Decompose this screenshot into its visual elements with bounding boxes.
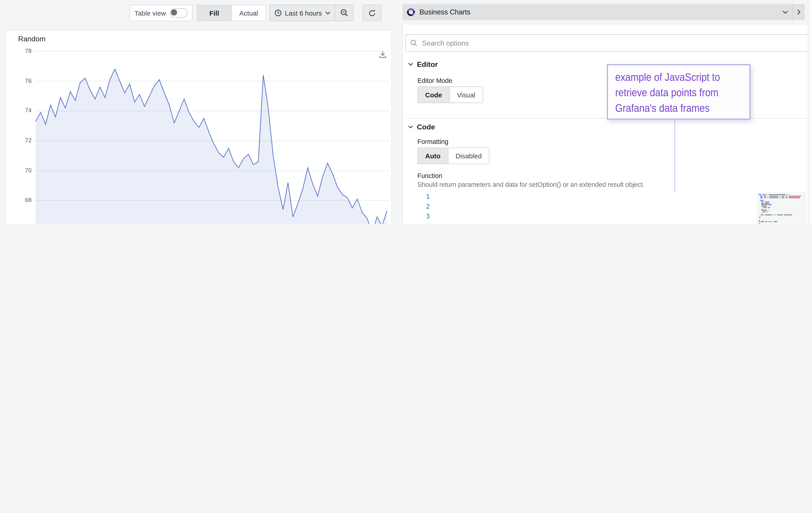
time-controls: Last 6 hours bbox=[269, 5, 354, 21]
editor-mode-radio: Code Visual bbox=[417, 87, 483, 103]
options-search-input[interactable] bbox=[421, 39, 805, 48]
minimap-bar bbox=[780, 197, 781, 198]
line-number: 3 bbox=[417, 212, 430, 221]
minimap-bar bbox=[780, 195, 781, 197]
actual-option[interactable]: Actual bbox=[231, 5, 265, 21]
minimap-bar bbox=[768, 194, 786, 195]
y-axis-label: 76 bbox=[14, 78, 32, 84]
panel-header[interactable]: Business Charts bbox=[402, 4, 805, 20]
options-search[interactable] bbox=[406, 34, 810, 52]
chart-panel: Random A 7876747270686613:0014:0015:0016… bbox=[5, 30, 392, 224]
editor-mode-code[interactable]: Code bbox=[418, 87, 450, 102]
minimap-bar bbox=[765, 221, 767, 222]
minimap-bar bbox=[788, 197, 800, 198]
minimap-bar bbox=[789, 194, 789, 195]
time-series-plot[interactable] bbox=[35, 47, 389, 224]
annotation-text: Grafana's data frames bbox=[615, 100, 727, 116]
minimap-bar bbox=[759, 223, 760, 224]
y-axis-label: 74 bbox=[14, 107, 32, 114]
section-editor[interactable]: Editor bbox=[408, 60, 438, 68]
formatting-label: Formatting bbox=[417, 138, 448, 146]
minimap-bar bbox=[761, 213, 762, 214]
search-icon bbox=[410, 39, 417, 47]
table-view-toggle[interactable]: Table view bbox=[129, 5, 193, 21]
minimap-bar bbox=[777, 214, 783, 215]
refresh-icon bbox=[368, 9, 376, 17]
chevron-down-icon[interactable] bbox=[782, 10, 788, 14]
function-label: Function bbox=[417, 172, 442, 180]
minimap-bar bbox=[773, 214, 774, 215]
editor-mode-visual[interactable]: Visual bbox=[450, 87, 483, 102]
refresh-button[interactable] bbox=[362, 5, 382, 21]
chart-svg bbox=[35, 47, 389, 224]
fill-option[interactable]: Fill bbox=[197, 5, 231, 21]
minimap-bar bbox=[759, 221, 760, 222]
page-scrollbar[interactable] bbox=[808, 0, 812, 224]
section-code[interactable]: Code bbox=[408, 123, 435, 131]
minimap[interactable] bbox=[757, 192, 805, 224]
y-axis-label: 72 bbox=[14, 137, 32, 144]
minimap-bar bbox=[768, 204, 772, 205]
minimap-bar bbox=[761, 209, 762, 210]
panel-title: Business Charts bbox=[419, 8, 470, 16]
minimap-bar bbox=[782, 195, 785, 197]
minimap-bar bbox=[768, 207, 771, 208]
minimap-bar bbox=[767, 194, 767, 195]
minimap-bar bbox=[761, 206, 767, 207]
minimap-bar bbox=[767, 195, 768, 197]
annotation-text: example of JavaScript to bbox=[615, 69, 727, 85]
zoom-out-button[interactable] bbox=[335, 5, 353, 21]
minimap-bar bbox=[765, 203, 769, 204]
business-charts-logo bbox=[406, 8, 415, 17]
formatting-disabled[interactable]: Disabled bbox=[448, 148, 489, 164]
chevron-right-icon[interactable] bbox=[797, 9, 801, 15]
chevron-down-icon bbox=[408, 125, 413, 128]
minimap-bar bbox=[786, 195, 787, 197]
minimap-bar bbox=[769, 195, 778, 197]
time-range-picker[interactable]: Last 6 hours bbox=[270, 5, 335, 21]
y-axis-label: 78 bbox=[14, 48, 32, 54]
minimap-bar bbox=[768, 206, 768, 207]
editor-mode-label: Editor Mode bbox=[417, 77, 452, 85]
minimap-bar bbox=[768, 210, 768, 211]
y-axis-label: 70 bbox=[14, 167, 32, 173]
top-toolbar: Table view Fill Actual Last 6 hours bbox=[0, 0, 812, 25]
section-code-label: Code bbox=[417, 123, 435, 131]
minimap-bar bbox=[769, 197, 778, 198]
minimap-bar bbox=[787, 194, 788, 195]
minimap-bar bbox=[772, 221, 773, 222]
line-number: 1 bbox=[417, 192, 430, 202]
code-editor[interactable]: 1234567891011121314151617181920212223242… bbox=[417, 192, 808, 224]
minimap-bar bbox=[761, 201, 764, 202]
minimap-bar bbox=[759, 220, 760, 221]
editor-scrollbar[interactable] bbox=[805, 192, 808, 224]
minimap-bar bbox=[760, 215, 761, 217]
minimap-bar bbox=[764, 197, 766, 198]
minimap-bar bbox=[764, 200, 765, 201]
minimap-bar bbox=[761, 221, 764, 222]
function-description: Should return parameters and data for se… bbox=[417, 181, 644, 188]
chevron-down-icon bbox=[325, 11, 330, 14]
minimap-bar bbox=[765, 201, 769, 202]
minimap-bar bbox=[759, 194, 761, 195]
divider bbox=[792, 4, 793, 20]
annotation-retrieve-data: example of JavaScript to retrieve data p… bbox=[607, 64, 750, 120]
minimap-bar bbox=[761, 210, 767, 211]
line-number: 4 bbox=[417, 221, 430, 224]
table-view-switch[interactable] bbox=[170, 8, 188, 18]
minimap-bar bbox=[768, 221, 771, 222]
zoom-out-icon bbox=[340, 9, 348, 17]
table-view-label: Table view bbox=[135, 9, 166, 17]
minimap-bar bbox=[788, 195, 801, 197]
minimap-bar bbox=[762, 194, 766, 195]
minimap-bar bbox=[782, 197, 785, 198]
minimap-bar bbox=[767, 211, 768, 212]
formatting-radio: Auto Disabled bbox=[417, 148, 489, 164]
minimap-bar bbox=[761, 214, 764, 215]
minimap-bar bbox=[759, 217, 760, 218]
minimap-bar bbox=[763, 207, 767, 208]
chevron-down-icon bbox=[408, 63, 413, 66]
minimap-bar bbox=[761, 203, 764, 204]
formatting-auto[interactable]: Auto bbox=[418, 148, 448, 164]
minimap-bar bbox=[761, 204, 767, 205]
